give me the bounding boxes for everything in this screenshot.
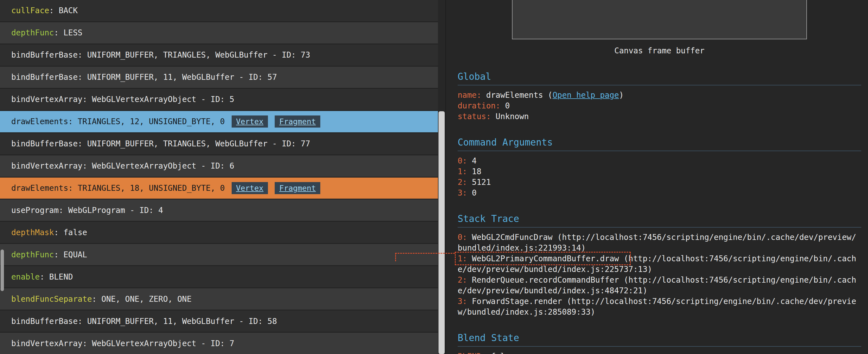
command-args: : ONE, ONE, ZERO, ONE bbox=[92, 294, 192, 304]
detail-line: 2: 5121 bbox=[458, 177, 857, 188]
detail-line: 3: 0 bbox=[458, 188, 857, 198]
command-args: : WebGLVertexArrayObject - ID: 6 bbox=[83, 161, 234, 171]
command-name: drawElements bbox=[11, 183, 68, 193]
command-list: cullFace: BACKdepthFunc: LESSbindBufferB… bbox=[0, 0, 438, 354]
command-args: : EQUAL bbox=[54, 250, 87, 259]
detail-label: 1: bbox=[458, 167, 467, 176]
detail-label: name: bbox=[458, 91, 481, 100]
detail-line: 3: ForwardStage.render (http://localhost… bbox=[458, 296, 857, 317]
command-args: : WebGLVertexArrayObject - ID: 7 bbox=[83, 339, 234, 348]
fragment-shader-button[interactable]: Fragment bbox=[275, 182, 320, 194]
section-body: BLEND: false bbox=[458, 351, 857, 354]
command-args: : false bbox=[54, 228, 87, 237]
command-row-depthFunc[interactable]: depthFunc: EQUAL bbox=[0, 244, 438, 265]
vertex-shader-button[interactable]: Vertex bbox=[231, 115, 268, 128]
command-name: bindVertexArray bbox=[11, 95, 83, 104]
detail-line: name: drawElements (Open help page) bbox=[458, 90, 857, 101]
command-row-useProgram[interactable]: useProgram: WebGLProgram - ID: 4 bbox=[0, 200, 438, 221]
page-scrollbar-thumb[interactable] bbox=[1, 249, 4, 291]
command-row-bindVertexArray[interactable]: bindVertexArray: WebGLVertexArrayObject … bbox=[0, 333, 438, 354]
command-args: : LESS bbox=[54, 28, 83, 37]
section-title: Blend State bbox=[458, 332, 861, 344]
command-name: bindVertexArray bbox=[11, 161, 83, 171]
detail-line: BLEND: false bbox=[458, 351, 857, 354]
detail-line: duration: 0 bbox=[458, 101, 857, 111]
command-row-bindVertexArray[interactable]: bindVertexArray: WebGLVertexArrayObject … bbox=[0, 155, 438, 177]
section-body: name: drawElements (Open help page)durat… bbox=[458, 90, 857, 122]
detail-value: ForwardStage.render (http://localhost:74… bbox=[458, 297, 856, 317]
command-row-cullFace[interactable]: cullFace: BACK bbox=[0, 0, 438, 21]
command-args: : WebGLVertexArrayObject - ID: 5 bbox=[83, 95, 234, 104]
section-title: Stack Trace bbox=[458, 213, 861, 225]
detail-value: 0 bbox=[500, 101, 510, 110]
detail-line: 0: 4 bbox=[458, 156, 857, 166]
command-row-bindBufferBase[interactable]: bindBufferBase: UNIFORM_BUFFER, 11, WebG… bbox=[0, 67, 438, 88]
section-divider bbox=[458, 346, 861, 347]
command-name: bindBufferBase bbox=[11, 50, 78, 60]
fragment-shader-button[interactable]: Fragment bbox=[275, 115, 320, 128]
command-args: : TRIANGLES, 18, UNSIGNED_BYTE, 0 bbox=[68, 183, 225, 193]
detail-label: duration: bbox=[458, 101, 500, 110]
command-name: depthFunc bbox=[11, 250, 54, 259]
command-row-drawElements[interactable]: drawElements: TRIANGLES, 12, UNSIGNED_BY… bbox=[0, 111, 438, 132]
command-row-bindVertexArray[interactable]: bindVertexArray: WebGLVertexArrayObject … bbox=[0, 89, 438, 110]
detail-value: WebGL2CmdFuncDraw (http://localhost:7456… bbox=[458, 233, 856, 253]
section-body: 0: 41: 182: 51213: 0 bbox=[458, 156, 857, 198]
detail-label: 1: bbox=[458, 254, 467, 263]
command-name: bindBufferBase bbox=[11, 72, 78, 82]
detail-value: RenderQueue.recordCommandBuffer (http://… bbox=[458, 275, 856, 295]
detail-label: 2: bbox=[458, 275, 467, 285]
section-body: 0: WebGL2CmdFuncDraw (http://localhost:7… bbox=[458, 232, 857, 317]
section-global: Globalname: drawElements (Open help page… bbox=[458, 71, 861, 122]
command-name: bindBufferBase bbox=[11, 317, 78, 326]
canvas-frame-buffer-preview bbox=[512, 0, 807, 39]
detail-value: ) bbox=[619, 91, 624, 100]
command-row-blendFuncSeparate[interactable]: blendFuncSeparate: ONE, ONE, ZERO, ONE bbox=[0, 288, 438, 310]
command-list-scrollbar-thumb[interactable] bbox=[438, 111, 445, 354]
command-row-bindBufferBase[interactable]: bindBufferBase: UNIFORM_BUFFER, TRIANGLE… bbox=[0, 44, 438, 66]
command-row-depthMask[interactable]: depthMask: false bbox=[0, 222, 438, 243]
command-args: : UNIFORM_BUFFER, TRIANGLES, WebGLBuffer… bbox=[78, 50, 310, 60]
detail-line: 1: 18 bbox=[458, 166, 857, 177]
detail-label: status: bbox=[458, 112, 491, 121]
command-args: : BACK bbox=[49, 6, 78, 15]
command-row-drawElements[interactable]: drawElements: TRIANGLES, 18, UNSIGNED_BY… bbox=[0, 178, 438, 199]
detail-label: 0: bbox=[458, 233, 467, 242]
command-args: : BLEND bbox=[40, 272, 73, 282]
vertex-shader-button[interactable]: Vertex bbox=[231, 182, 268, 194]
detail-value: false bbox=[486, 352, 515, 354]
command-args: : WebGLProgram - ID: 4 bbox=[59, 206, 163, 215]
command-name: blendFuncSeparate bbox=[11, 294, 92, 304]
command-args: : UNIFORM_BUFFER, 11, WebGLBuffer - ID: … bbox=[78, 72, 277, 82]
help-link[interactable]: Open help page bbox=[553, 91, 619, 100]
section-title: Command Arguments bbox=[458, 137, 861, 148]
section-command-arguments: Command Arguments0: 41: 182: 51213: 0 bbox=[458, 137, 861, 198]
command-row-bindBufferBase[interactable]: bindBufferBase: UNIFORM_BUFFER, TRIANGLE… bbox=[0, 133, 438, 154]
canvas-frame-buffer-caption: Canvas frame buffer bbox=[458, 45, 861, 56]
detail-line: status: Unknown bbox=[458, 111, 857, 122]
command-name: bindBufferBase bbox=[11, 139, 78, 148]
command-row-depthFunc[interactable]: depthFunc: LESS bbox=[0, 22, 438, 43]
command-list-scrollbar-track[interactable] bbox=[438, 0, 445, 354]
command-row-enable[interactable]: enable: BLEND bbox=[0, 266, 438, 287]
section-title: Global bbox=[458, 71, 861, 82]
command-name: depthFunc bbox=[11, 28, 54, 37]
command-args: : TRIANGLES, 12, UNSIGNED_BYTE, 0 bbox=[68, 117, 225, 126]
command-detail-panel: Canvas frame buffer Globalname: drawElem… bbox=[446, 0, 868, 354]
section-stack-trace: Stack Trace0: WebGL2CmdFuncDraw (http://… bbox=[458, 213, 861, 317]
detail-value: drawElements ( bbox=[481, 91, 553, 100]
section-blend-state: Blend StateBLEND: false bbox=[458, 332, 861, 354]
command-row-bindBufferBase[interactable]: bindBufferBase: UNIFORM_BUFFER, 11, WebG… bbox=[0, 311, 438, 332]
detail-value: Unknown bbox=[491, 112, 529, 121]
command-name: cullFace bbox=[11, 6, 49, 15]
detail-label: BLEND: bbox=[458, 352, 486, 354]
detail-value: 4 bbox=[467, 156, 477, 166]
section-divider bbox=[458, 151, 861, 151]
command-name: depthMask bbox=[11, 228, 54, 237]
detail-label: 3: bbox=[458, 297, 467, 306]
command-args: : UNIFORM_BUFFER, TRIANGLES, WebGLBuffer… bbox=[78, 139, 310, 148]
section-divider bbox=[458, 85, 861, 85]
detail-line: 1: WebGL2PrimaryCommandBuffer.draw (http… bbox=[458, 253, 857, 275]
section-divider bbox=[458, 227, 861, 227]
detail-sections: Globalname: drawElements (Open help page… bbox=[458, 71, 861, 354]
